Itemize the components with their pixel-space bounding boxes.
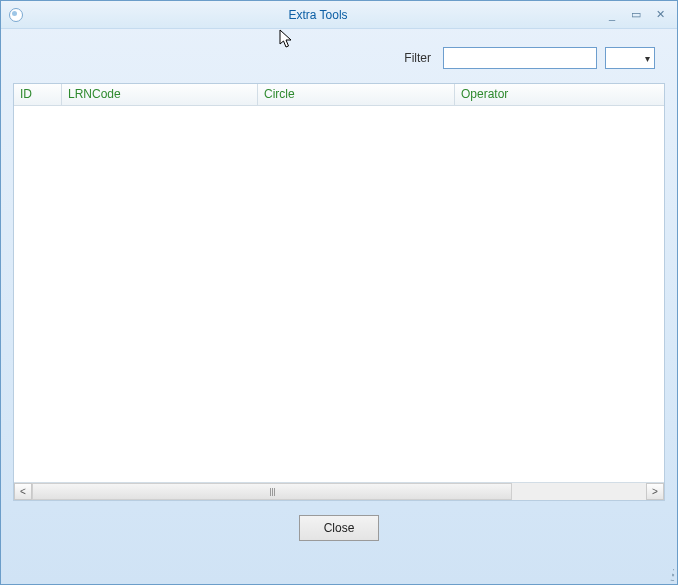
col-id[interactable]: ID: [14, 84, 62, 105]
scroll-thumb[interactable]: [32, 483, 512, 500]
maximize-button[interactable]: ▭: [629, 8, 643, 22]
filter-select[interactable]: ▾: [605, 47, 655, 69]
chevron-down-icon: ▾: [645, 53, 650, 64]
titlebar: Extra Tools _ ▭ ✕: [1, 1, 677, 29]
data-table: ID LRNCode Circle Operator < >: [13, 83, 665, 501]
scroll-right-button[interactable]: >: [646, 483, 664, 500]
close-button[interactable]: Close: [299, 515, 379, 541]
window-frame: Extra Tools _ ▭ ✕ Filter ▾ ID LRNCode Ci…: [0, 0, 678, 585]
app-icon: [9, 8, 23, 22]
table-header: ID LRNCode Circle Operator: [14, 84, 664, 106]
footer: Close: [1, 501, 677, 555]
thumb-grip-icon: [270, 488, 275, 496]
col-lrncode[interactable]: LRNCode: [62, 84, 258, 105]
close-window-button[interactable]: ✕: [653, 8, 667, 22]
filter-bar: Filter ▾: [1, 29, 677, 83]
resize-grip-icon[interactable]: .:.::: [670, 568, 673, 580]
window-title: Extra Tools: [31, 8, 605, 22]
filter-label: Filter: [404, 51, 431, 65]
horizontal-scrollbar: < >: [14, 482, 664, 500]
window-controls: _ ▭ ✕: [605, 8, 671, 22]
col-circle[interactable]: Circle: [258, 84, 455, 105]
minimize-button[interactable]: _: [605, 8, 619, 22]
scroll-track[interactable]: [32, 483, 646, 500]
table-body: [14, 106, 664, 482]
scroll-left-button[interactable]: <: [14, 483, 32, 500]
filter-input[interactable]: [443, 47, 597, 69]
col-operator[interactable]: Operator: [455, 84, 664, 105]
